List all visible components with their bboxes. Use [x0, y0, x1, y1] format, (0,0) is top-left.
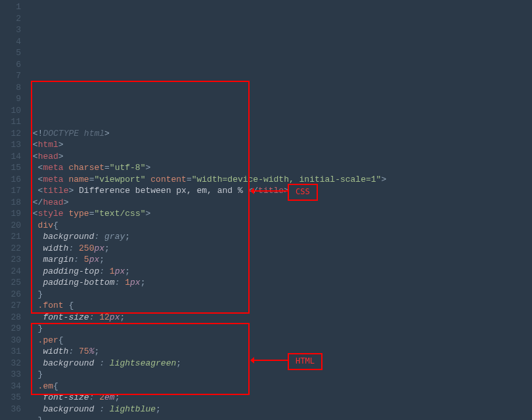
code-token: 5: [84, 254, 89, 266]
line-number: 21: [0, 231, 21, 243]
code-token: .per: [38, 335, 58, 346]
code-token: =: [89, 208, 95, 220]
code-token: >: [58, 151, 64, 163]
code-line[interactable]: <!DOCTYPE html>: [28, 128, 532, 140]
code-line[interactable]: font-size: 12px;: [28, 312, 532, 324]
code-token: 1: [110, 266, 115, 278]
code-token: {: [53, 381, 58, 392]
code-token: font-size: [43, 392, 89, 404]
code-token: em: [104, 392, 115, 404]
code-token: >: [381, 174, 386, 186]
code-token: >: [64, 197, 69, 209]
code-token: ;: [115, 392, 120, 404]
code-token: [28, 185, 38, 197]
line-number: 4: [0, 36, 21, 48]
code-token: [28, 197, 33, 209]
code-line[interactable]: width: 75%;: [28, 346, 532, 358]
code-token: >: [145, 162, 150, 174]
line-number: 18: [0, 197, 21, 209]
code-line[interactable]: }: [28, 369, 532, 381]
code-line[interactable]: .em{: [28, 381, 532, 392]
code-line[interactable]: font-size: 2em;: [28, 392, 532, 404]
code-token: <: [38, 162, 43, 174]
line-number-gutter: 1234567891011121314151617181920212223242…: [0, 0, 28, 420]
code-line[interactable]: <html>: [28, 139, 532, 151]
code-token: px: [110, 312, 120, 324]
code-token: html: [38, 139, 58, 151]
code-line[interactable]: padding-top: 1px;: [28, 266, 532, 278]
code-token: <: [33, 139, 38, 151]
line-number: 6: [0, 59, 21, 71]
code-token: ;: [94, 346, 99, 358]
code-line[interactable]: <meta charset="utf-8">: [28, 162, 532, 174]
code-token: [28, 312, 43, 324]
line-number: 26: [0, 289, 21, 301]
line-number: 28: [0, 312, 21, 324]
code-token: {: [53, 220, 58, 232]
line-number: 19: [0, 208, 21, 220]
code-line[interactable]: .per{: [28, 335, 532, 346]
code-token: px: [115, 266, 125, 278]
line-number: 17: [0, 185, 21, 197]
code-token: %: [89, 346, 95, 358]
code-line[interactable]: margin: 5px;: [28, 254, 532, 266]
code-token: [28, 323, 38, 335]
code-token: gray: [104, 231, 125, 243]
code-token: "utf-8": [110, 162, 146, 174]
code-token: background: [43, 404, 99, 415]
code-token: padding-top: [43, 266, 99, 278]
line-number: 27: [0, 300, 21, 312]
code-token: {: [68, 300, 74, 312]
code-token: width: [43, 346, 68, 358]
code-line[interactable]: <head>: [28, 151, 532, 163]
code-line[interactable]: background: gray;: [28, 231, 532, 243]
code-token: width: [43, 243, 68, 255]
line-number: 29: [0, 323, 21, 335]
code-line[interactable]: div{: [28, 220, 532, 232]
code-token: :: [74, 254, 84, 266]
code-line[interactable]: padding-bottom: 1px;: [28, 277, 532, 289]
code-line[interactable]: </head>: [28, 197, 532, 209]
code-token: <!: [33, 128, 43, 140]
code-token: background: [43, 231, 94, 243]
code-token: [28, 151, 33, 163]
code-line[interactable]: }: [28, 415, 532, 420]
code-line[interactable]: background : lightblue;: [28, 404, 532, 415]
code-token: ;: [99, 254, 104, 266]
code-line[interactable]: }: [28, 323, 532, 335]
code-editor[interactable]: 1234567891011121314151617181920212223242…: [0, 0, 532, 420]
code-token: ;: [125, 266, 130, 278]
code-line[interactable]: .font {: [28, 300, 532, 312]
code-token: =: [89, 174, 95, 186]
code-line[interactable]: <title> Difference between px, em, and %…: [28, 185, 532, 197]
line-number: 33: [0, 369, 21, 381]
code-token: [28, 392, 43, 404]
code-token: Difference between px, em, and %: [74, 185, 248, 197]
code-token: >: [284, 185, 289, 197]
code-token: .font: [38, 300, 69, 312]
code-token: content: [150, 174, 187, 186]
code-token: =: [104, 162, 110, 174]
code-token: div: [38, 220, 53, 232]
code-line[interactable]: <meta name="viewport" content="width=dev…: [28, 174, 532, 186]
code-token: [28, 174, 38, 186]
code-token: [28, 415, 38, 420]
code-token: [28, 208, 33, 220]
code-token: [28, 346, 43, 358]
code-token: [28, 369, 38, 381]
line-number: 12: [0, 128, 21, 140]
code-token: [28, 266, 43, 278]
code-area[interactable]: CSS HTML <!DOCTYPE html> <html> <head> <…: [28, 0, 532, 420]
code-token: head: [38, 151, 58, 163]
code-line[interactable]: background : lightseagreen;: [28, 358, 532, 369]
code-token: title: [258, 185, 284, 197]
code-token: [28, 231, 43, 243]
code-line[interactable]: width: 250px;: [28, 243, 532, 255]
code-line[interactable]: }: [28, 289, 532, 301]
code-token: }: [38, 289, 43, 301]
line-number: 1: [0, 1, 21, 13]
code-token: lightblue: [110, 404, 156, 415]
code-token: <: [33, 208, 38, 220]
code-token: DOCTYPE html: [43, 128, 104, 140]
code-line[interactable]: <style type="text/css">: [28, 208, 532, 220]
